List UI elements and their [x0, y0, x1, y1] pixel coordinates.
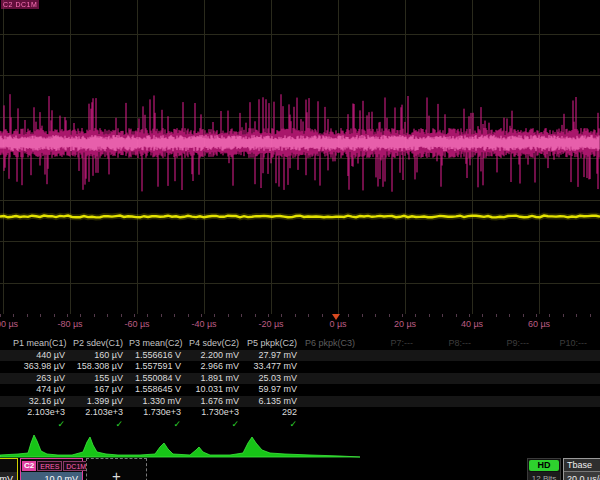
- add-trace-button[interactable]: +: [86, 458, 147, 480]
- c1-scale-value: 10.0 mV: [0, 472, 17, 480]
- stat-cell: 59.97 mV: [245, 384, 303, 396]
- trigger-position-icon[interactable]: [332, 314, 340, 320]
- time-tick-label: -60 µs: [124, 319, 149, 329]
- measurement-header-row: P1 mean(C1) P2 sdev(C1) P3 mean(C2) P4 s…: [0, 338, 600, 350]
- plus-icon: +: [112, 467, 121, 480]
- status-check-icon: ✓: [245, 419, 303, 431]
- channel-c1-descriptor[interactable]: C1 DC1M 10.0 mV: [0, 458, 18, 480]
- param-header-p9[interactable]: P9:---: [477, 338, 535, 350]
- c2-scale-value: 10.0 mV: [21, 472, 82, 480]
- time-tick-label: -100 µs: [0, 319, 18, 329]
- oscilloscope-screen: C2 DC1M -100 µs -80 µs -60 µs -40 µs -20…: [0, 0, 600, 480]
- time-tick-label: -80 µs: [57, 319, 82, 329]
- stat-row-value: 440 µV 160 µV 1.556616 V 2.200 mV 27.97 …: [0, 350, 600, 362]
- measurement-table: P1 mean(C1) P2 sdev(C1) P3 mean(C2) P4 s…: [0, 338, 600, 432]
- stat-row-min: 263 µV 155 µV 1.550084 V 1.891 mV 25.03 …: [0, 373, 600, 385]
- stat-cell: 1.558645 V: [129, 384, 187, 396]
- stat-cell: 2.103e+3: [13, 407, 71, 419]
- param-header-p11[interactable]: P11:---: [593, 338, 600, 350]
- stat-cell: 263 µV: [13, 373, 71, 385]
- timebase-value: 20.0 µs/div: [564, 472, 600, 480]
- c2-eres-tag: ERES: [37, 461, 62, 471]
- param-header-p7[interactable]: P7:---: [361, 338, 419, 350]
- stat-cell: 1.330 mV: [129, 396, 187, 408]
- time-tick-label: 60 µs: [528, 319, 550, 329]
- status-check-icon: ✓: [13, 419, 71, 431]
- time-axis[interactable]: -100 µs -80 µs -60 µs -40 µs -20 µs 0 µs…: [0, 314, 600, 336]
- hd-badge: HD: [529, 460, 559, 471]
- measurement-histogram[interactable]: [0, 430, 600, 458]
- channel-c2-descriptor[interactable]: C2 ERES DC1M 10.0 mV: [20, 458, 83, 480]
- time-tick-label: -40 µs: [191, 319, 216, 329]
- waveform-canvas: [0, 0, 600, 314]
- stat-cell: 160 µV: [71, 350, 129, 362]
- timebase-label: Tbase: [564, 459, 600, 472]
- time-tick-label: 20 µs: [394, 319, 416, 329]
- param-header-p3[interactable]: P3 mean(C2): [129, 338, 187, 350]
- stat-cell: 158.308 µV: [71, 361, 129, 373]
- stat-cell: 1.399 µV: [71, 396, 129, 408]
- time-tick-label: -20 µs: [258, 319, 283, 329]
- waveform-display[interactable]: C2 DC1M: [0, 0, 600, 314]
- stat-cell: 1.730e+3: [187, 407, 245, 419]
- timebase-descriptor[interactable]: Tbase 20.0 µs/div: [563, 458, 600, 480]
- stat-cell: 1.557591 V: [129, 361, 187, 373]
- hd-mode-indicator[interactable]: HD 12 Bits: [527, 458, 561, 480]
- param-header-p4[interactable]: P4 sdev(C2): [187, 338, 245, 350]
- stat-row-num: 2.103e+3 2.103e+3 1.730e+3 1.730e+3 292: [0, 407, 600, 419]
- stat-cell: 2.966 mV: [187, 361, 245, 373]
- param-header-p8[interactable]: P8:---: [419, 338, 477, 350]
- stat-cell: 2.103e+3: [71, 407, 129, 419]
- stat-cell: 2.200 mV: [187, 350, 245, 362]
- stat-cell: 292: [245, 407, 303, 419]
- stat-cell: 155 µV: [71, 373, 129, 385]
- stat-cell: 1.556616 V: [129, 350, 187, 362]
- stat-cell: 363.98 µV: [13, 361, 71, 373]
- trace-label-badge: C2 DC1M: [1, 0, 39, 9]
- param-header-p1[interactable]: P1 mean(C1): [13, 338, 71, 350]
- status-check-icon: ✓: [187, 419, 245, 431]
- stat-cell: 32.16 µV: [13, 396, 71, 408]
- time-tick-label: 40 µs: [461, 319, 483, 329]
- stat-cell: 440 µV: [13, 350, 71, 362]
- histogram-canvas: [0, 430, 600, 458]
- stat-cell: 10.031 mV: [187, 384, 245, 396]
- status-check-icon: ✓: [129, 419, 187, 431]
- descriptor-bar: C1 DC1M 10.0 mV C2 ERES DC1M 10.0 mV + H…: [0, 458, 600, 480]
- stat-cell: 33.477 mV: [245, 361, 303, 373]
- stat-cell: 474 µV: [13, 384, 71, 396]
- param-header-p2[interactable]: P2 sdev(C1): [71, 338, 129, 350]
- stat-row-status: ✓ ✓ ✓ ✓ ✓: [0, 419, 600, 431]
- stat-row-max: 474 µV 167 µV 1.558645 V 10.031 mV 59.97…: [0, 384, 600, 396]
- param-header-p10[interactable]: P10:---: [535, 338, 593, 350]
- stat-row-sdev: 32.16 µV 1.399 µV 1.330 mV 1.676 mV 6.13…: [0, 396, 600, 408]
- param-header-p5[interactable]: P5 pkpk(C2): [245, 338, 303, 350]
- stat-cell: 25.03 mV: [245, 373, 303, 385]
- stat-cell: 167 µV: [71, 384, 129, 396]
- stat-cell: 27.97 mV: [245, 350, 303, 362]
- stat-cell: 1.891 mV: [187, 373, 245, 385]
- stat-cell: 1.730e+3: [129, 407, 187, 419]
- status-check-icon: ✓: [71, 419, 129, 431]
- stat-cell: 1.676 mV: [187, 396, 245, 408]
- c2-badge: C2: [22, 461, 36, 471]
- stat-row-mean: 363.98 µV 158.308 µV 1.557591 V 2.966 mV…: [0, 361, 600, 373]
- bit-depth-label: 12 Bits: [528, 472, 560, 480]
- param-header-p6[interactable]: P6 pkpk(C3): [303, 338, 361, 350]
- stat-cell: 1.550084 V: [129, 373, 187, 385]
- time-tick-label: 0 µs: [329, 319, 346, 329]
- stat-cell: 6.135 mV: [245, 396, 303, 408]
